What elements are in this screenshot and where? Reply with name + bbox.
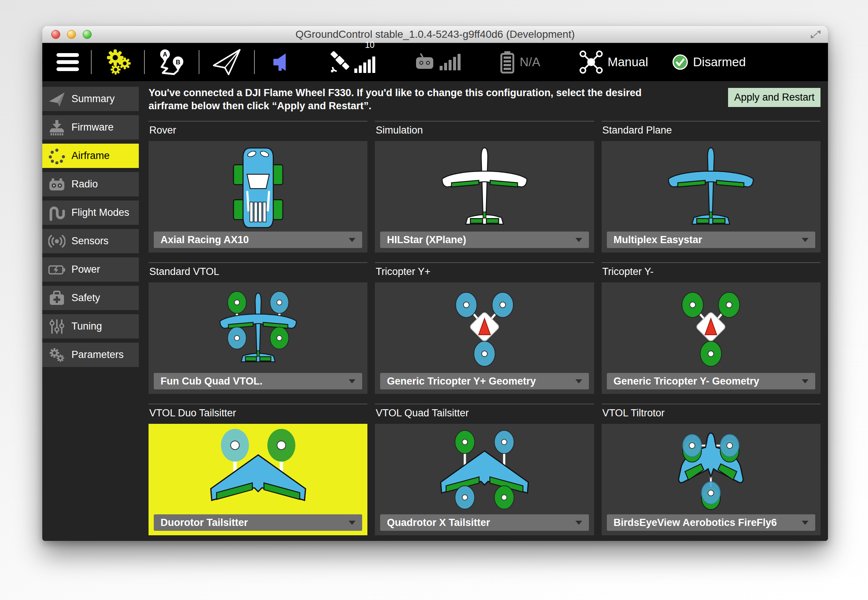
section-divider: [148, 121, 367, 121]
gps-satellite-count: 10: [365, 40, 374, 50]
power-battery-icon: [42, 262, 71, 278]
sidebar-item-label: Radio: [71, 179, 98, 190]
airframe-model-select[interactable]: Generic Tricopter Y+ Geometry: [380, 373, 589, 389]
airframe-category-title: VTOL Duo Tailsitter: [149, 408, 367, 419]
section-divider: [375, 262, 594, 263]
dropdown-arrow-icon: [576, 238, 582, 242]
sidebar-item-summary[interactable]: Summary: [42, 87, 139, 111]
hamburger-menu-button[interactable]: [56, 53, 79, 71]
sidebar-item-firmware[interactable]: Firmware: [42, 115, 139, 139]
airframe-category-title: VTOL Tiltrotor: [602, 408, 821, 419]
section-divider: [148, 262, 367, 263]
firmware-download-icon: [42, 119, 71, 136]
rc-rssi-indicator[interactable]: [414, 52, 461, 72]
airframe-model-select[interactable]: Axial Racing AX10: [154, 232, 362, 248]
airframe-category-title: Tricopter Y-: [602, 266, 821, 277]
fly-paper-plane-button-icon[interactable]: [211, 47, 242, 77]
section-divider: [601, 262, 821, 263]
airframe-card-vtol-quad-tailsitter[interactable]: Quadrotor X Tailsitter: [375, 424, 594, 535]
selected-model-label: Fun Cub Quad VTOL.: [161, 376, 262, 387]
gps-signal-bars: [354, 56, 375, 73]
quadcopter-icon: [579, 50, 603, 74]
apply-restart-button[interactable]: Apply and Restart: [728, 88, 821, 107]
sidebar-item-safety[interactable]: Safety: [42, 286, 139, 310]
airframe-category-title: VTOL Quad Tailsitter: [376, 408, 594, 419]
toolbar-separator: [254, 50, 255, 74]
airframe-card-standard-vtol[interactable]: Fun Cub Quad VTOL.: [148, 282, 367, 394]
dropdown-arrow-icon: [802, 379, 809, 383]
airframe-model-select[interactable]: Fun Cub Quad VTOL.: [154, 373, 362, 389]
airframe-category-title: Simulation: [376, 124, 594, 136]
airframe-model-select[interactable]: Duorotor Tailsitter: [154, 514, 362, 531]
sidebar-item-radio[interactable]: Radio: [42, 172, 139, 196]
airframe-banner: You've connected a DJI Flame Wheel F330.…: [148, 86, 821, 118]
sidebar-item-label: Safety: [71, 292, 100, 304]
sidebar-item-label: Summary: [71, 93, 115, 105]
airframe-section-vtol-tiltrotor: VTOL Tiltrotor: [601, 404, 821, 535]
arm-status-label: Disarmed: [693, 55, 746, 69]
battery-icon: [500, 50, 515, 74]
airframe-card-standard-plane[interactable]: Multiplex Easystar: [601, 141, 821, 253]
fullscreen-resize-icon[interactable]: [810, 30, 821, 39]
airframe-section-rover: Rover: [148, 121, 367, 253]
window-title: QGroundControl stable_1.0.4-5243-g9ff40d…: [42, 29, 828, 40]
airframe-card-vtol-tiltrotor[interactable]: BirdsEyeView Aerobotics FireFly6: [601, 424, 821, 535]
gps-status-indicator[interactable]: 10: [329, 51, 375, 73]
plan-waypoints-button-icon[interactable]: A B: [157, 48, 187, 76]
airframe-card-simulation[interactable]: HILStar (XPlane): [375, 141, 594, 253]
sidebar-item-power[interactable]: Power: [42, 258, 139, 282]
sidebar-item-flight-modes[interactable]: Flight Modes: [42, 200, 139, 225]
tricopter-y-plus-illustration: [439, 285, 530, 370]
zoom-window-button[interactable]: [83, 30, 92, 39]
sidebar-item-airframe[interactable]: Airframe: [42, 144, 139, 168]
selected-model-label: Generic Tricopter Y- Geometry: [614, 376, 759, 387]
selected-model-label: Multiplex Easystar: [614, 234, 702, 246]
airframe-card-rover[interactable]: Axial Racing AX10: [148, 141, 367, 253]
airframe-card-tricopter-y-minus[interactable]: Generic Tricopter Y- Geometry: [601, 282, 821, 394]
main-toolbar: A B 10: [42, 43, 828, 81]
dropdown-arrow-icon: [802, 521, 809, 525]
airframe-category-title: Rover: [149, 124, 367, 136]
airframe-section-tricopter-y-minus: Tricopter Y- G: [601, 262, 821, 394]
selected-model-label: Axial Racing AX10: [161, 234, 249, 246]
airframe-help-text: You've connected a DJI Flame Wheel F330.…: [148, 86, 652, 112]
minimize-window-button[interactable]: [67, 30, 76, 39]
standard-vtol-illustration: [207, 285, 309, 370]
airframe-dots-icon: [42, 148, 71, 164]
airframe-section-standard-plane: Standard Plane Multiplex Easystar: [601, 121, 821, 253]
selected-model-label: Duorotor Tailsitter: [161, 517, 248, 529]
rover-illustration: [226, 144, 290, 232]
dropdown-arrow-icon: [802, 238, 809, 242]
sidebar-item-sensors[interactable]: Sensors: [42, 229, 139, 253]
flight-mode-indicator[interactable]: Manual: [579, 50, 648, 74]
airframe-model-select[interactable]: Generic Tricopter Y- Geometry: [607, 373, 815, 389]
selected-model-label: BirdsEyeView Aerobotics FireFly6: [614, 517, 777, 529]
messages-megaphone-icon[interactable]: [271, 50, 293, 74]
airframe-model-select[interactable]: HILStar (XPlane): [380, 232, 589, 248]
airframe-card-vtol-duo-tailsitter[interactable]: Duorotor Tailsitter: [148, 424, 367, 535]
sidebar-item-parameters[interactable]: Parameters: [42, 342, 139, 367]
gps-satellite-icon: [329, 51, 351, 73]
airframe-model-select[interactable]: Quadrotor X Tailsitter: [380, 514, 589, 531]
svg-text:A: A: [163, 51, 167, 58]
safety-case-icon: [42, 290, 71, 306]
airframe-category-title: Standard VTOL: [149, 266, 367, 277]
airframe-section-simulation: Simulation HILStar (XPlane): [375, 121, 594, 253]
arm-status-indicator[interactable]: Disarmed: [672, 54, 746, 70]
svg-text:B: B: [176, 59, 180, 66]
battery-indicator[interactable]: N/A: [500, 50, 540, 74]
sidebar-item-tuning[interactable]: Tuning: [42, 314, 139, 338]
toolbar-separator: [198, 50, 199, 74]
setup-gears-button-icon[interactable]: [104, 48, 132, 76]
airframe-model-select[interactable]: Multiplex Easystar: [607, 232, 815, 248]
sidebar-item-label: Firmware: [71, 121, 114, 133]
setup-view: Summary Firmware: [42, 81, 828, 541]
window-titlebar: QGroundControl stable_1.0.4-5243-g9ff40d…: [42, 26, 828, 43]
section-divider: [375, 121, 594, 121]
sidebar-item-label: Tuning: [71, 321, 102, 332]
close-window-button[interactable]: [51, 30, 60, 39]
airframe-card-tricopter-y-plus[interactable]: Generic Tricopter Y+ Geometry: [375, 282, 594, 394]
flight-modes-wave-icon: [42, 205, 71, 221]
airframe-model-select[interactable]: BirdsEyeView Aerobotics FireFly6: [607, 514, 815, 531]
dropdown-arrow-icon: [349, 238, 355, 242]
